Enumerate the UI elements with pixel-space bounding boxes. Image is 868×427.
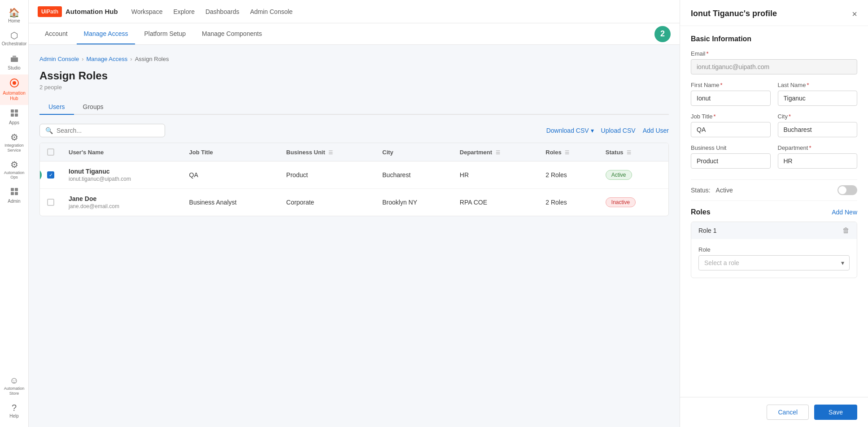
tab-manage-access[interactable]: Manage Access xyxy=(77,23,135,44)
tab-account[interactable]: Account xyxy=(38,23,75,44)
role-card-body-1: Role Select a role ▾ xyxy=(691,239,857,278)
panel-header: Ionut Tiganuc's profile × xyxy=(680,0,868,26)
svg-rect-5 xyxy=(15,109,18,113)
first-name-group: First Name * xyxy=(691,82,771,106)
table-row[interactable]: Jane Doe jane.doe@email.com Business Ana… xyxy=(40,189,668,216)
td-job-title-2: Business Analyst xyxy=(182,189,279,216)
sidebar-item-studio[interactable]: Studio xyxy=(0,50,28,74)
panel-body: Basic Information Email * First Name * L… xyxy=(680,26,868,397)
city-label: City * xyxy=(778,113,858,120)
download-csv-button[interactable]: Download CSV ▾ xyxy=(546,127,594,134)
td-business-unit-2: Corporate xyxy=(279,189,375,216)
last-name-label: Last Name * xyxy=(778,82,858,88)
city-group: City * xyxy=(778,113,858,137)
first-name-field[interactable] xyxy=(691,91,771,106)
department-field[interactable] xyxy=(778,153,858,169)
svg-rect-1 xyxy=(13,56,16,58)
title-city-row: Job Title * City * xyxy=(691,113,857,144)
nav-link-explore[interactable]: Explore xyxy=(173,6,194,17)
page-title: Assign Roles xyxy=(39,70,669,82)
app-name: Automation Hub xyxy=(65,8,118,15)
business-unit-label: Business Unit xyxy=(691,144,771,151)
breadcrumb: Admin Console › Manage Access › Assign R… xyxy=(39,56,669,62)
th-business-unit: Business Unit ☰ xyxy=(279,143,375,161)
tab-platform-setup[interactable]: Platform Setup xyxy=(137,23,193,44)
email-label: Email * xyxy=(691,50,857,57)
content-tab-groups[interactable]: Groups xyxy=(74,100,113,115)
role-card-1: Role 1 🗑 Role Select a role ▾ xyxy=(691,222,857,278)
save-button[interactable]: Save xyxy=(814,405,857,420)
row1-checkbox[interactable]: ✓ xyxy=(47,171,54,179)
roles-filter-icon[interactable]: ☰ xyxy=(565,150,569,155)
content-area: Admin Console › Manage Access › Assign R… xyxy=(29,45,680,427)
td-checkbox-2[interactable] xyxy=(40,189,61,216)
sidebar-item-automation-hub[interactable]: AutomationHub xyxy=(0,74,28,105)
td-department-2: RPA COE xyxy=(453,189,538,216)
sidebar-item-help[interactable]: ? Help xyxy=(0,400,28,423)
city-field[interactable] xyxy=(778,122,858,137)
th-job-title: Job Title xyxy=(182,143,279,161)
integration-icon: ⚙ xyxy=(10,133,18,142)
business-unit-filter-icon[interactable]: ☰ xyxy=(328,150,333,155)
sidebar-item-home[interactable]: 🏠 Home xyxy=(0,4,28,27)
sidebar-item-automation-ops[interactable]: ⚙ AutomationOps xyxy=(0,157,28,184)
add-user-button[interactable]: Add User xyxy=(643,127,669,134)
store-icon: ☺ xyxy=(9,376,18,385)
svg-rect-0 xyxy=(11,57,18,62)
sidebar-item-orchestrator[interactable]: ⬡ Orchestrator xyxy=(0,27,28,50)
breadcrumb-manage-access[interactable]: Manage Access xyxy=(87,56,128,62)
sidebar-label-apps: Apps xyxy=(9,120,19,126)
cancel-button[interactable]: Cancel xyxy=(767,405,809,420)
tab-manage-components[interactable]: Manage Components xyxy=(195,23,269,44)
select-all-checkbox[interactable] xyxy=(47,148,54,156)
close-button[interactable]: × xyxy=(852,9,857,18)
roles-section: Roles Add New Role 1 🗑 Role Select a rol… xyxy=(691,208,857,278)
breadcrumb-admin-console[interactable]: Admin Console xyxy=(39,56,79,62)
status-toggle[interactable] xyxy=(837,185,857,195)
status-value: Active xyxy=(716,187,733,194)
last-name-group: Last Name * xyxy=(778,82,858,106)
logo-box: UiPath xyxy=(38,6,62,17)
td-roles-1: 2 Roles xyxy=(538,161,598,189)
sidebar-item-admin[interactable]: Admin xyxy=(0,183,28,208)
row2-checkbox[interactable] xyxy=(47,199,54,206)
apps-icon xyxy=(10,109,19,119)
breadcrumb-sep-1: › xyxy=(82,56,83,62)
panel-title: Ionut Tiganuc's profile xyxy=(691,9,777,18)
breadcrumb-assign-roles: Assign Roles xyxy=(135,56,169,62)
status-filter-icon[interactable]: ☰ xyxy=(627,150,631,155)
sidebar-label-help: Help xyxy=(9,414,19,419)
last-name-field[interactable] xyxy=(778,91,858,106)
sidebar-item-store[interactable]: ☺ AutomationStore xyxy=(0,372,28,400)
td-job-title-1: QA xyxy=(182,161,279,189)
table-row[interactable]: 1 ✓ Ionut Tiganuc ionut.tiganuc@uipath.c… xyxy=(40,161,668,189)
search-input[interactable] xyxy=(57,127,159,134)
nav-link-admin[interactable]: Admin Console xyxy=(250,6,292,17)
upload-csv-button[interactable]: Upload CSV xyxy=(601,127,636,134)
table-toolbar: 🔍 Download CSV ▾ Upload CSV Add User xyxy=(39,124,669,137)
td-status-2: Inactive xyxy=(598,189,668,216)
breadcrumb-sep-2: › xyxy=(130,56,132,62)
orchestrator-icon: ⬡ xyxy=(10,31,18,40)
content-tab-users[interactable]: Users xyxy=(39,100,74,115)
job-title-field[interactable] xyxy=(691,122,771,137)
bu-dept-row: Business Unit Department * xyxy=(691,144,857,176)
svg-rect-6 xyxy=(11,113,14,117)
logo-ui: Ui xyxy=(41,9,47,15)
add-new-button[interactable]: Add New xyxy=(832,209,857,216)
automation-hub-icon xyxy=(9,78,19,89)
role-select[interactable]: Select a role xyxy=(698,255,850,270)
chevron-down-icon: ▾ xyxy=(591,127,594,134)
nav-link-workspace[interactable]: Workspace xyxy=(131,6,163,17)
email-field xyxy=(691,59,857,74)
top-nav: UiPath Automation Hub Workspace Explore … xyxy=(29,0,680,23)
nav-link-dashboards[interactable]: Dashboards xyxy=(205,6,240,17)
department-filter-icon[interactable]: ☰ xyxy=(496,150,500,155)
search-icon: 🔍 xyxy=(45,127,53,134)
svg-rect-10 xyxy=(11,192,14,195)
delete-role-icon[interactable]: 🗑 xyxy=(842,227,850,235)
sidebar-item-integration[interactable]: ⚙ IntegrationService xyxy=(0,129,28,157)
business-unit-field[interactable] xyxy=(691,153,771,169)
sidebar-item-apps[interactable]: Apps xyxy=(0,105,28,129)
td-checkbox-1[interactable]: 1 ✓ xyxy=(40,161,61,189)
